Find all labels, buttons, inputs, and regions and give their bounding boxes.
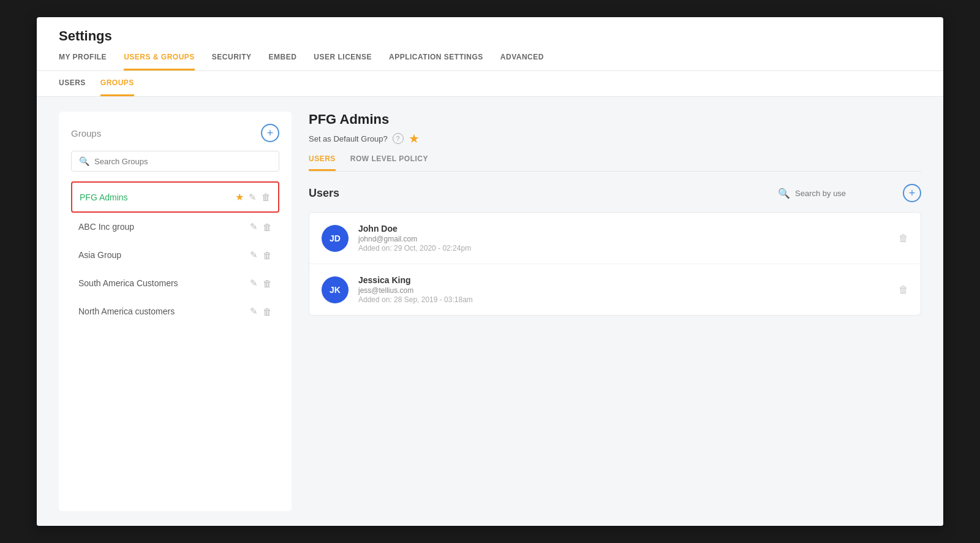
delete-icon-abc-inc[interactable]: 🗑 xyxy=(263,222,272,232)
sub-nav: USERS GROUPS xyxy=(37,71,943,97)
edit-icon-abc-inc[interactable]: ✎ xyxy=(250,221,258,232)
delete-icon-pfg-admins[interactable]: 🗑 xyxy=(262,192,271,202)
groups-search-input[interactable] xyxy=(94,157,271,166)
delete-user-jessica-king[interactable]: 🗑 xyxy=(899,284,908,295)
groups-search-box[interactable]: 🔍 xyxy=(71,151,279,172)
group-item-asia-group[interactable]: Asia Group ✎ 🗑 xyxy=(71,241,279,269)
add-group-button[interactable]: + xyxy=(261,124,279,142)
nav-my-profile[interactable]: MY PROFILE xyxy=(59,53,107,70)
nav-users-groups[interactable]: USERS & GROUPS xyxy=(124,53,195,70)
delete-icon-asia-group[interactable]: 🗑 xyxy=(263,250,272,260)
group-detail-title: PFG Admins xyxy=(309,112,921,127)
users-search-input[interactable] xyxy=(795,189,898,198)
main-nav: MY PROFILE USERS & GROUPS SECURITY EMBED… xyxy=(59,53,921,70)
user-row-john-doe: JD John Doe johnd@gmail.com Added on: 29… xyxy=(309,213,921,264)
user-email-john-doe: johnd@gmail.com xyxy=(358,235,889,243)
group-name-pfg-admins: PFG Admins xyxy=(80,192,235,202)
group-item-abc-inc[interactable]: ABC Inc group ✎ 🗑 xyxy=(71,213,279,241)
user-name-john-doe: John Doe xyxy=(358,224,889,234)
tab-users[interactable]: USERS xyxy=(59,71,86,96)
user-row-jessica-king: JK Jessica King jess@tellius.com Added o… xyxy=(309,264,921,315)
groups-panel-title: Groups xyxy=(71,128,101,139)
group-name-abc-inc: ABC Inc group xyxy=(78,222,250,232)
groups-panel: Groups + 🔍 PFG Admins ★ ✎ 🗑 ABC Inc grou… xyxy=(59,112,292,511)
user-info-jessica-king: Jessica King jess@tellius.com Added on: … xyxy=(358,275,889,304)
nav-application-settings[interactable]: APPLICATION SETTINGS xyxy=(389,53,483,70)
user-info-john-doe: John Doe johnd@gmail.com Added on: 29 Oc… xyxy=(358,224,889,253)
group-item-north-america[interactable]: North America customers ✎ 🗑 xyxy=(71,297,279,325)
delete-icon-south-america[interactable]: 🗑 xyxy=(263,278,272,289)
users-section-title: Users xyxy=(309,187,339,200)
avatar-jessica-king: JK xyxy=(322,276,349,303)
edit-icon-south-america[interactable]: ✎ xyxy=(250,278,258,289)
avatar-john-doe: JD xyxy=(322,225,349,252)
edit-icon-asia-group[interactable]: ✎ xyxy=(250,249,258,260)
nav-security[interactable]: SECURITY xyxy=(212,53,252,70)
nav-user-license[interactable]: USER LICENSE xyxy=(314,53,372,70)
users-search-icon: 🔍 xyxy=(778,188,790,199)
user-added-jessica-king: Added on: 28 Sep, 2019 - 03:18am xyxy=(358,295,889,304)
user-name-jessica-king: Jessica King xyxy=(358,275,889,285)
help-icon[interactable]: ? xyxy=(393,133,404,144)
edit-icon-north-america[interactable]: ✎ xyxy=(250,306,258,317)
group-item-pfg-admins[interactable]: PFG Admins ★ ✎ 🗑 xyxy=(71,181,279,213)
tab-groups[interactable]: GROUPS xyxy=(100,71,134,96)
nav-advanced[interactable]: ADVANCED xyxy=(500,53,544,70)
group-item-south-america[interactable]: South America Customers ✎ 🗑 xyxy=(71,269,279,297)
users-search-area: 🔍 + xyxy=(778,184,921,202)
delete-icon-north-america[interactable]: 🗑 xyxy=(263,306,272,317)
default-group-label: Set as Default Group? xyxy=(309,134,388,143)
add-user-button[interactable]: + xyxy=(903,184,921,202)
user-added-john-doe: Added on: 29 Oct, 2020 - 02:24pm xyxy=(358,244,889,253)
default-group-star[interactable]: ★ xyxy=(409,131,420,146)
delete-user-john-doe[interactable]: 🗑 xyxy=(899,233,908,244)
users-list: JD John Doe johnd@gmail.com Added on: 29… xyxy=(309,212,921,316)
nav-embed[interactable]: EMBED xyxy=(269,53,297,70)
search-icon: 🔍 xyxy=(79,156,89,166)
star-icon-pfg-admins[interactable]: ★ xyxy=(235,191,244,203)
user-email-jessica-king: jess@tellius.com xyxy=(358,286,889,295)
group-name-north-america: North America customers xyxy=(78,306,250,316)
group-detail-panel: PFG Admins Set as Default Group? ? ★ USE… xyxy=(292,112,921,511)
detail-tab-row-level-policy[interactable]: ROW LEVEL POLICY xyxy=(350,154,428,171)
page-title: Settings xyxy=(59,28,921,44)
group-name-south-america: South America Customers xyxy=(78,278,250,288)
edit-icon-pfg-admins[interactable]: ✎ xyxy=(249,192,257,203)
detail-tabs: USERS ROW LEVEL POLICY xyxy=(309,154,921,172)
group-name-asia-group: Asia Group xyxy=(78,250,250,260)
detail-tab-users[interactable]: USERS xyxy=(309,154,336,171)
